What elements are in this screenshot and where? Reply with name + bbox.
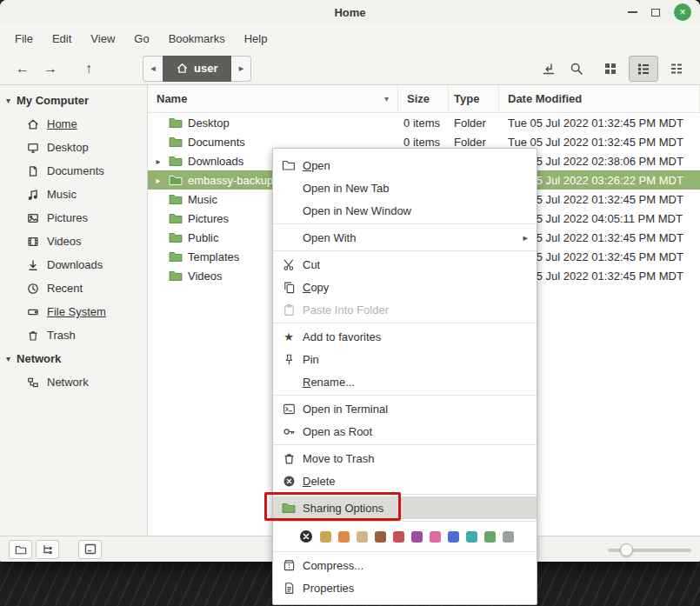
network-icon: [27, 376, 39, 389]
icon-view-button[interactable]: [596, 56, 625, 82]
breadcrumb-segment-user[interactable]: user: [163, 56, 231, 82]
menu-item-copy[interactable]: Copy: [273, 276, 537, 298]
folder-icon: [169, 250, 183, 263]
file-row-desktop[interactable]: Desktop 0 items Folder Tue 05 Jul 2022 0…: [148, 113, 700, 132]
menu-separator: [273, 223, 537, 224]
menu-item-delete[interactable]: Delete: [273, 469, 537, 492]
sidebar: ▾ My Computer Home Desktop Documents Mus…: [0, 85, 148, 536]
menu-item-open-with[interactable]: Open With ▸: [273, 226, 537, 249]
menu-item-cut[interactable]: Cut: [273, 253, 537, 276]
folder-color-row: [273, 523, 537, 549]
column-header-size[interactable]: Size: [398, 85, 449, 112]
zoom-slider-handle[interactable]: [620, 543, 633, 556]
sidebar-item-pictures[interactable]: Pictures: [0, 206, 147, 230]
menu-view[interactable]: View: [81, 28, 124, 50]
menu-item-open-in-terminal[interactable]: Open in Terminal: [273, 397, 537, 420]
forward-button[interactable]: →: [37, 56, 64, 82]
sidebar-section-network[interactable]: ▾ Network: [0, 347, 147, 370]
up-button[interactable]: ↑: [75, 56, 103, 82]
key-icon: [282, 424, 296, 438]
menu-separator: [273, 395, 537, 396]
sidebar-item-music[interactable]: Music: [0, 183, 147, 206]
menu-item-open[interactable]: Open: [273, 154, 537, 176]
folder-icon: [169, 117, 183, 129]
sharing-folder-icon: [282, 501, 296, 515]
menu-item-compress[interactable]: Compress...: [273, 554, 537, 576]
menu-item-add-to-favorites[interactable]: ★ Add to favorites: [273, 325, 537, 348]
folder-color-swatch[interactable]: [430, 531, 441, 543]
archive-icon: [282, 558, 296, 572]
menu-item-paste-into-folder: Paste Into Folder: [273, 298, 537, 321]
zoom-slider[interactable]: [608, 542, 691, 557]
column-header-name[interactable]: Name ▾: [148, 85, 398, 112]
maximize-icon: [651, 9, 660, 17]
minimize-button[interactable]: [628, 11, 637, 13]
toggle-location-entry-button[interactable]: [535, 56, 563, 82]
sidebar-item-videos[interactable]: Videos: [0, 230, 147, 253]
menu-item-open-in-new-tab[interactable]: Open in New Tab: [273, 176, 537, 199]
back-icon: ←: [16, 61, 30, 77]
folder-color-swatch[interactable]: [484, 531, 496, 543]
titlebar[interactable]: Home ×: [0, 0, 700, 24]
menu-item-open-in-new-window[interactable]: Open in New Window: [273, 199, 537, 222]
row-expander-icon[interactable]: ▸: [153, 176, 163, 185]
sidebar-item-network[interactable]: Network: [0, 370, 147, 394]
search-button[interactable]: [563, 56, 590, 82]
column-header-date-modified[interactable]: Date Modified: [499, 85, 700, 112]
close-button[interactable]: ×: [674, 3, 691, 21]
menu-item-properties[interactable]: Properties: [273, 576, 537, 599]
menu-help[interactable]: Help: [235, 28, 277, 50]
folder-color-swatch[interactable]: [411, 531, 423, 543]
sidebar-tree-button[interactable]: [36, 540, 59, 559]
documents-icon: [27, 165, 39, 177]
folder-color-swatch[interactable]: [503, 531, 514, 543]
menu-file[interactable]: File: [5, 28, 43, 50]
menu-go[interactable]: Go: [124, 28, 158, 50]
sidebar-item-documents[interactable]: Documents: [0, 159, 147, 183]
clear-folder-color-button[interactable]: [299, 529, 313, 543]
sidebar-item-desktop[interactable]: Desktop: [0, 136, 147, 159]
folder-color-swatch[interactable]: [393, 531, 404, 543]
sidebar-item-recent[interactable]: Recent: [0, 276, 147, 300]
menu-item-sharing-options[interactable]: Sharing Options: [273, 496, 537, 519]
sidebar-item-home[interactable]: Home: [0, 112, 147, 136]
section-expanded-icon: ▾: [6, 96, 10, 105]
context-menu: Open Open in New Tab Open in New Window …: [272, 148, 537, 605]
music-icon: [27, 189, 39, 201]
breadcrumb-scroll-left-button[interactable]: ◂: [143, 56, 163, 82]
sidebar-item-trash[interactable]: Trash: [0, 323, 147, 347]
folder-color-swatch[interactable]: [375, 531, 386, 543]
toolbar: ← → ↑ ◂ user ▸: [0, 52, 700, 85]
chevron-right-icon: ▸: [239, 63, 244, 74]
compact-view-button[interactable]: [662, 56, 691, 82]
recent-icon: [27, 283, 39, 295]
compact-view-icon: [670, 62, 683, 76]
menu-item-pin[interactable]: Pin: [273, 348, 537, 370]
folder-color-swatch[interactable]: [320, 531, 331, 543]
sidebar-section-my-computer[interactable]: ▾ My Computer: [0, 89, 147, 112]
folder-color-swatch[interactable]: [338, 531, 350, 543]
menu-item-move-to-trash[interactable]: Move to Trash: [273, 447, 537, 469]
maximize-button[interactable]: [651, 9, 660, 17]
list-view-button[interactable]: [629, 56, 658, 82]
places-icon: [15, 544, 27, 555]
folder-color-swatch[interactable]: [466, 531, 477, 543]
folder-color-swatch[interactable]: [357, 531, 368, 543]
back-button[interactable]: ←: [9, 56, 37, 82]
menu-edit[interactable]: Edit: [43, 28, 81, 50]
folder-color-swatch[interactable]: [448, 531, 459, 543]
menu-item-open-as-root[interactable]: Open as Root: [273, 420, 537, 443]
menu-bookmarks[interactable]: Bookmarks: [159, 28, 235, 50]
menu-item-rename[interactable]: Rename...: [273, 370, 537, 393]
toggle-pane-button[interactable]: [78, 540, 102, 559]
sidebar-places-button[interactable]: [9, 540, 32, 559]
menu-separator: [273, 444, 537, 445]
terminal-icon: [282, 402, 296, 416]
row-expander-icon[interactable]: ▸: [153, 156, 163, 166]
column-header-type[interactable]: Type: [449, 85, 499, 112]
breadcrumb-scroll-right-button[interactable]: ▸: [231, 56, 251, 82]
menu-separator: [273, 521, 537, 522]
sidebar-item-downloads[interactable]: Downloads: [0, 253, 147, 276]
toggle-location-entry-icon: [542, 62, 556, 76]
sidebar-item-file-system[interactable]: File System: [0, 300, 147, 323]
